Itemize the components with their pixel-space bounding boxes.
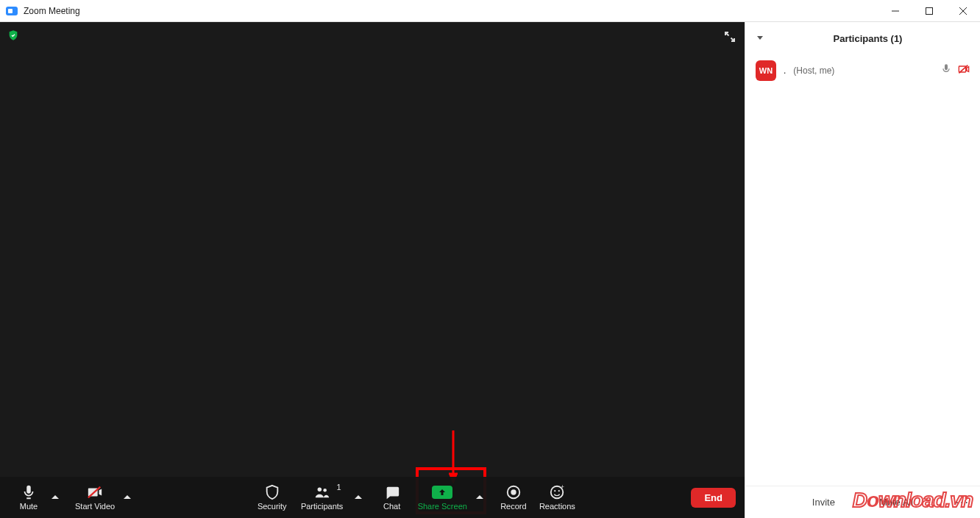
video-area: Mute Start Video Security 1 Pa — [0, 22, 745, 518]
main-area: Mute Start Video Security 1 Pa — [0, 22, 980, 518]
shield-icon — [264, 484, 280, 500]
panel-more-button[interactable]: ··· — [956, 496, 970, 509]
window-title: Zoom Meeting — [24, 6, 80, 16]
participants-options-caret[interactable] — [352, 483, 365, 512]
record-icon — [505, 484, 522, 500]
video-options-caret[interactable] — [121, 483, 134, 512]
svg-point-19 — [554, 490, 555, 492]
window-controls — [878, 0, 980, 22]
svg-marker-13 — [355, 495, 362, 499]
avatar: WN — [756, 60, 776, 81]
svg-rect-1 — [926, 7, 933, 14]
participants-panel: Participants (1) WN . (Host, me) Invite … — [745, 22, 980, 518]
participants-count: 1 — [337, 483, 341, 492]
fullscreen-button[interactable] — [721, 28, 739, 46]
svg-point-12 — [323, 489, 327, 492]
share-screen-label: Share Screen — [418, 502, 467, 511]
mute-options-caret[interactable] — [49, 483, 62, 512]
end-button[interactable]: End — [691, 488, 736, 508]
reactions-label: Reactions — [539, 502, 575, 511]
reactions-button[interactable]: + Reactions — [533, 481, 581, 514]
security-button[interactable]: Security — [252, 481, 293, 514]
chat-icon — [384, 484, 400, 500]
svg-marker-10 — [124, 495, 131, 499]
chat-button[interactable]: Chat — [372, 481, 412, 514]
meeting-toolbar: Mute Start Video Security 1 Pa — [0, 477, 745, 518]
svg-marker-15 — [476, 495, 483, 499]
record-button[interactable]: Record — [494, 481, 533, 514]
svg-point-20 — [558, 490, 560, 492]
mute-label: Mute — [20, 502, 38, 511]
mute-button[interactable]: Mute — [9, 481, 49, 514]
microphone-icon — [21, 484, 37, 500]
end-label: End — [704, 492, 722, 503]
participants-button[interactable]: 1 Participants — [293, 481, 352, 514]
mute-all-button[interactable]: Mute All — [879, 497, 913, 508]
start-video-button[interactable]: Start Video — [69, 481, 121, 514]
participant-status — [940, 63, 970, 78]
svg-text:+: + — [561, 484, 564, 490]
panel-collapse-chevron[interactable] — [756, 32, 766, 45]
video-off-icon — [87, 484, 103, 500]
zoom-app-icon — [6, 7, 18, 15]
share-options-caret[interactable] — [473, 483, 486, 512]
participant-name: . — [784, 65, 786, 76]
minimize-button[interactable] — [878, 0, 912, 22]
svg-marker-14 — [439, 489, 445, 495]
participants-panel-header: Participants (1) — [745, 22, 980, 54]
chat-label: Chat — [383, 502, 400, 511]
svg-point-11 — [317, 488, 322, 492]
participant-role: (Host, me) — [793, 65, 834, 76]
participants-panel-title: Participants (1) — [766, 33, 970, 44]
video-off-status-icon — [958, 63, 970, 78]
encryption-shield-icon[interactable] — [6, 28, 21, 43]
svg-marker-8 — [52, 495, 59, 499]
svg-point-17 — [511, 489, 516, 494]
close-button[interactable] — [946, 0, 980, 22]
share-screen-button[interactable]: Share Screen — [412, 481, 473, 514]
share-screen-icon — [432, 486, 452, 499]
record-label: Record — [500, 502, 526, 511]
start-video-label: Start Video — [75, 502, 115, 511]
participants-icon — [314, 484, 330, 500]
reactions-icon: + — [549, 484, 565, 500]
titlebar: Zoom Meeting — [0, 0, 980, 22]
maximize-button[interactable] — [912, 0, 946, 22]
participants-panel-footer: Invite Mute All ··· — [745, 486, 980, 518]
security-label: Security — [258, 502, 287, 511]
svg-marker-22 — [757, 36, 763, 40]
invite-button[interactable]: Invite — [812, 497, 835, 508]
participant-row[interactable]: WN . (Host, me) — [745, 54, 980, 87]
mic-status-icon — [940, 63, 952, 78]
participants-label: Participants — [301, 502, 343, 511]
